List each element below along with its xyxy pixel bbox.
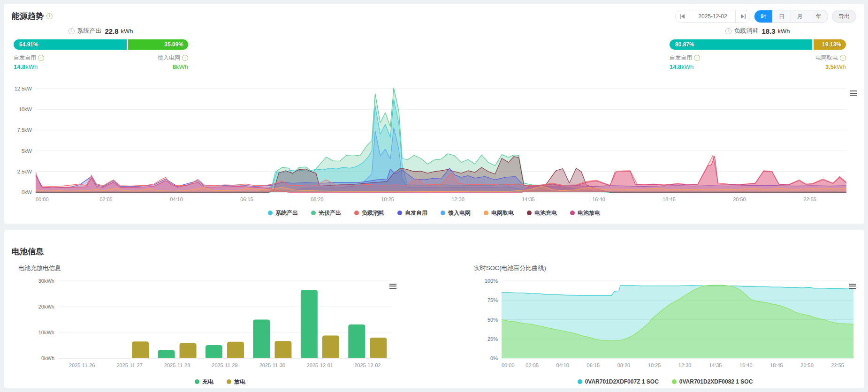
svg-text:18:45: 18:45 <box>662 196 676 202</box>
self-use-label: 自发自用i <box>14 54 44 62</box>
self-use-label: 自发自用i <box>670 54 700 62</box>
chart-menu-icon[interactable] <box>850 90 857 96</box>
info-icon[interactable]: i <box>725 28 731 34</box>
svg-text:08:20: 08:20 <box>617 362 631 368</box>
svg-text:22:55: 22:55 <box>831 362 844 368</box>
panel-title-text: 能源趋势 <box>12 11 44 22</box>
chart-menu-icon[interactable] <box>389 284 396 289</box>
svg-text:20kWh: 20kWh <box>38 304 54 309</box>
self-use-value: 14.8kWh <box>670 63 693 70</box>
self-use-ratio-segment: 80.87% <box>670 39 812 50</box>
panel-title-text: 电池信息 <box>12 246 44 257</box>
legend-dot <box>441 211 445 215</box>
energy-trend-chart[interactable]: 0kW2.5kW5kW7.5kW10kW12.5kW00:0002:0504:1… <box>4 78 865 214</box>
info-icon[interactable]: i <box>46 13 53 19</box>
consumption-head: i 负载消耗 18.3 kWh <box>670 27 846 35</box>
info-icon[interactable]: i <box>840 55 846 61</box>
legend-item[interactable]: 负载消耗 <box>354 209 384 217</box>
svg-text:14:35: 14:35 <box>522 196 535 202</box>
chart-controls: 时 日 月 年 导出 <box>675 10 856 23</box>
svg-text:02:05: 02:05 <box>99 196 113 202</box>
svg-text:14:35: 14:35 <box>709 362 722 368</box>
legend-item[interactable]: 0VAR701D2XDF007Z 1 SOC <box>578 378 659 385</box>
legend-item[interactable]: 0VAR701D2XDF0082 1 SOC <box>672 378 753 385</box>
legend-dot <box>397 211 402 215</box>
legend-label: 自发自用 <box>405 209 427 217</box>
svg-text:06:15: 06:15 <box>240 196 253 202</box>
grid-draw-label: 电网取电i <box>815 54 846 62</box>
svg-text:04:10: 04:10 <box>556 362 569 368</box>
svg-text:2.5kW: 2.5kW <box>17 169 32 174</box>
legend-dot <box>195 379 199 384</box>
svg-text:08:20: 08:20 <box>311 196 324 202</box>
tab-day[interactable]: 日 <box>773 10 791 23</box>
legend-dot <box>268 211 273 215</box>
info-icon[interactable]: i <box>38 55 44 61</box>
consumption-ratio-bar: 80.87% 19.13% <box>670 39 846 50</box>
soc-chart-title: 实时SOC(电池百分比曲线) <box>474 264 546 272</box>
svg-text:12:30: 12:30 <box>451 196 464 202</box>
svg-text:04:10: 04:10 <box>170 196 183 202</box>
production-unit: kWh <box>121 28 133 35</box>
svg-text:18:45: 18:45 <box>770 362 783 368</box>
grid-draw-value: 3.5kWh <box>825 63 846 70</box>
soc-chart[interactable]: 0%25%50%75%100%00:0002:0504:1006:1508:20… <box>472 275 858 374</box>
svg-text:2025-11-26: 2025-11-26 <box>69 362 95 368</box>
tab-hour[interactable]: 时 <box>754 10 773 23</box>
legend-dot <box>578 379 582 384</box>
svg-text:0%: 0% <box>490 355 498 361</box>
info-icon[interactable]: i <box>694 55 700 61</box>
export-button[interactable]: 导出 <box>832 10 856 23</box>
self-use-ratio-segment: 64.91% <box>14 39 127 50</box>
legend-label: 放电 <box>234 378 245 386</box>
soc-block: 实时SOC(电池百分比曲线) 0%25%50%75%100%00:0002:05… <box>472 263 858 389</box>
energy-trend-legend: 系统产出光伏产出负载消耗自发自用馈入电网电网取电电池充电电池放电 <box>4 209 864 217</box>
production-head: i 系统产出 22.8 kWh <box>14 27 188 35</box>
battery-energy-block: 电池充放电信息 0kWh10kWh20kWh30kWh2025-11-26202… <box>14 263 426 389</box>
svg-text:20:50: 20:50 <box>733 196 746 202</box>
energy-trend-panel: 能源趋势 i 时 日 月 年 导出 i 系统产出 22.8 kWh <box>4 4 864 224</box>
legend-item[interactable]: 电网取电 <box>484 209 514 217</box>
info-icon[interactable]: i <box>182 55 188 61</box>
legend-label: 电池放电 <box>578 209 600 217</box>
tab-year[interactable]: 年 <box>809 10 828 23</box>
legend-dot <box>672 379 677 384</box>
legend-item[interactable]: 电池放电 <box>570 209 600 217</box>
self-use-value: 14.8kWh <box>14 63 38 70</box>
soc-legend: 0VAR701D2XDF007Z 1 SOC0VAR701D2XDF0082 1… <box>472 377 858 386</box>
legend-item[interactable]: 光伏产出 <box>311 209 341 217</box>
prev-date-button[interactable] <box>676 10 690 23</box>
svg-text:5kW: 5kW <box>22 148 32 154</box>
svg-text:2025-11-29: 2025-11-29 <box>212 362 237 368</box>
legend-item[interactable]: 电池充电 <box>527 209 557 217</box>
legend-dot <box>227 379 231 384</box>
svg-text:20:50: 20:50 <box>800 362 814 368</box>
battery-energy-chart[interactable]: 0kWh10kWh20kWh30kWh2025-11-262025-11-272… <box>14 275 426 374</box>
tab-month[interactable]: 月 <box>791 10 809 23</box>
legend-label: 负载消耗 <box>362 209 384 217</box>
info-icon[interactable]: i <box>69 28 75 34</box>
next-date-button[interactable] <box>736 10 750 23</box>
battery-info-panel: 电池信息 电池充放电信息 0kWh10kWh20kWh30kWh2025-11-… <box>4 230 864 388</box>
legend-item[interactable]: 馈入电网 <box>441 209 471 217</box>
legend-item[interactable]: 充电 <box>195 378 213 386</box>
legend-dot <box>527 211 532 215</box>
legend-label: 0VAR701D2XDF007Z 1 SOC <box>585 378 659 385</box>
svg-text:30kWh: 30kWh <box>38 278 54 284</box>
legend-item[interactable]: 系统产出 <box>268 209 298 217</box>
legend-item[interactable]: 放电 <box>227 378 245 386</box>
legend-dot <box>354 211 359 215</box>
legend-item[interactable]: 自发自用 <box>397 209 427 217</box>
date-input[interactable] <box>690 10 736 23</box>
chart-menu-icon[interactable] <box>849 284 856 289</box>
consumption-label: 负载消耗 <box>734 27 758 35</box>
svg-text:0kW: 0kW <box>22 189 32 195</box>
legend-label: 馈入电网 <box>448 209 471 217</box>
svg-text:16:40: 16:40 <box>739 362 753 368</box>
svg-text:10:25: 10:25 <box>648 362 661 368</box>
svg-text:100%: 100% <box>485 278 498 284</box>
svg-text:2025-11-30: 2025-11-30 <box>259 362 285 368</box>
consumption-stats: i 负载消耗 18.3 kWh 80.87% 19.13% 自发自用i 电网取电… <box>670 27 846 70</box>
svg-text:7.5kW: 7.5kW <box>17 127 32 133</box>
battery-energy-chart-title: 电池充放电信息 <box>18 264 61 272</box>
